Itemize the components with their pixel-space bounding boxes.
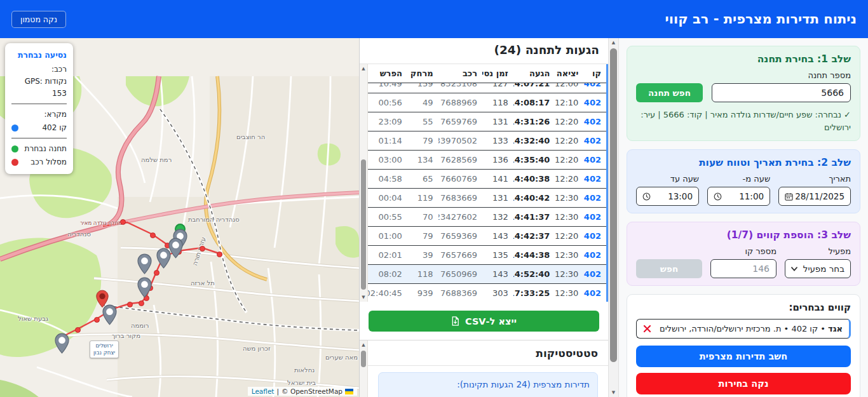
clock-icon: [642, 192, 651, 201]
station-color-dot: [11, 145, 18, 152]
col-line: קו: [583, 69, 606, 78]
date-label: תאריך: [778, 174, 851, 184]
map-place-label: זכרון משה: [243, 345, 270, 352]
gps-pin-marker[interactable]: [55, 333, 69, 356]
gps-pin-marker[interactable]: [156, 248, 171, 271]
route-point-marker[interactable]: [120, 219, 126, 225]
selected-line-item[interactable]: אגד • קו 402 • ת. מרכזית ירושלים/הורדה, …: [636, 319, 851, 339]
map-place-label: הר חוצבים: [236, 133, 265, 140]
date-input[interactable]: 28/11/2025: [778, 187, 851, 206]
page-title: ניתוח תדירות מצרפית - רב קווי: [665, 11, 857, 27]
clock-icon: [714, 192, 722, 201]
legend-gps-points: נקודות GPS: 153: [11, 76, 67, 99]
legend-vehicle-label: רכב:: [11, 64, 67, 76]
table-scrollbar-thumb[interactable]: [361, 159, 366, 290]
stats-scroll-up-arrow[interactable]: ▲: [360, 340, 367, 349]
statistics-body: תדירות מצרפית (24 הגעות תקינות):: [368, 366, 608, 397]
leaflet-link[interactable]: Leaflet: [252, 387, 275, 395]
selected-lines-title: קווים נבחרים:: [636, 302, 851, 313]
route-point-marker[interactable]: [94, 317, 100, 323]
map-place-label: תל ארזה: [191, 279, 215, 286]
operator-select-value: בחר מפעיל: [803, 264, 844, 274]
frequency-info-box: תדירות מצרפית (24 הגעות תקינות):: [378, 372, 598, 397]
legend-line-item: קו 402: [11, 122, 67, 134]
statistics-section: סטטיסטיקות תדירות מצרפית (24 הגעות תקינו…: [360, 340, 608, 397]
table-row[interactable]: 40212:3014:44:3813576576693902:01: [368, 246, 606, 265]
scroll-up-arrow[interactable]: ▲: [609, 38, 618, 47]
table-row[interactable]: 40212:2014:40:3814176607696504:58: [368, 170, 606, 189]
arrivals-table: קו יציאה הגעה זמן נסיעה רכב מרחק (מ') הפ…: [360, 64, 608, 302]
osm-link[interactable]: © OpenStreetMap: [281, 387, 342, 395]
map[interactable]: רמת שלמההר חוצביםסנהדריה המורחבתסנהדריהמ…: [0, 38, 359, 397]
step2-panel: שלב 2: בחירת תאריך וטווח שעות תאריך 28/1…: [627, 149, 860, 213]
file-download-icon: [451, 316, 459, 326]
table-scrollbar[interactable]: ▲ ▼: [360, 64, 368, 302]
route-point-marker[interactable]: [200, 246, 205, 252]
route-point-marker[interactable]: [217, 252, 222, 257]
time-to-label: שעה עד: [636, 174, 699, 184]
gps-pin-marker[interactable]: [137, 253, 152, 277]
calendar-icon: [785, 192, 793, 201]
ukraine-flag-icon: [345, 389, 353, 394]
table-row[interactable]: 40212:3014:41:37132234276027000:55: [368, 208, 606, 227]
table-row[interactable]: 40212:3014:52:40143765096911808:02: [368, 265, 606, 284]
date-value: 28/11/2025: [795, 191, 844, 201]
operator-label: מפעיל: [785, 246, 851, 256]
map-place-label: רמת שלמה: [141, 156, 172, 163]
statistics-scrollbar[interactable]: ▲ ▼: [360, 340, 368, 397]
search-station-button[interactable]: חפש תחנה: [636, 83, 703, 102]
table-row[interactable]: 40212:3017:33:25303768836993902:40:45: [368, 284, 606, 301]
export-csv-button[interactable]: ייצא ל-CSV: [369, 311, 599, 332]
clear-selection-button[interactable]: נקה בחירות: [636, 373, 851, 394]
col-vehicle: רכב: [438, 69, 482, 78]
legend-title: נסיעה נבחרת: [11, 49, 67, 61]
main-content: שלב 1: בחירת תחנה מספר תחנה חפש תחנה ✓ נ…: [0, 38, 868, 397]
page-scrollbar-thumb[interactable]: [610, 48, 617, 362]
table-scroll-down-arrow[interactable]: ▼: [360, 293, 367, 302]
table-row[interactable]: 40212:3014:40:42131768366911900:04: [368, 189, 606, 208]
step3-title: שלב 3: הוספת קווים (1/7): [636, 229, 851, 241]
line-number-input[interactable]: [710, 259, 776, 278]
operator-select[interactable]: בחר מפעיל: [785, 259, 851, 278]
statistics-scrollbar-thumb[interactable]: [361, 351, 366, 367]
time-from-value: 11:00: [739, 191, 764, 201]
station-number-input[interactable]: [712, 83, 851, 102]
time-from-input[interactable]: 11:00: [707, 187, 770, 206]
table-row[interactable]: 40212:2014:35:40136762856913403:00: [368, 151, 606, 170]
gps-pin-marker[interactable]: [137, 277, 152, 300]
map-place-label: מחלף גולדה מאיר: [80, 220, 122, 226]
table-row[interactable]: 40212:1014:08:1711876889694900:56: [368, 93, 606, 112]
page-scrollbar[interactable]: ▲ ▼: [608, 38, 619, 397]
step1-panel: שלב 1: בחירת תחנה מספר תחנה חפש תחנה ✓ נ…: [627, 46, 860, 141]
csv-export-area: ייצא ל-CSV: [360, 302, 608, 340]
table-row[interactable]: 40212:2014:31:2613176597695523:09: [368, 112, 606, 131]
table-row[interactable]: 40212:0014:07:21127832310815910:49: [368, 83, 606, 93]
clear-cache-button[interactable]: נקה מטמון: [11, 11, 66, 28]
table-row[interactable]: 40212:2014:42:3714376593697901:00: [368, 227, 606, 246]
line-number-label: מספר קו: [710, 246, 776, 256]
app-header: ניתוח תדירות מצרפית - רב קווי נקה מטמון: [0, 0, 868, 38]
route-point-marker[interactable]: [139, 300, 144, 306]
route-point-marker[interactable]: [150, 232, 156, 238]
statistics-title: סטטיסטיקות: [368, 340, 608, 366]
search-line-button[interactable]: חפש: [636, 259, 702, 278]
selected-lines-panel: קווים נבחרים: אגד • קו 402 • ת. מרכזית י…: [627, 294, 860, 397]
scroll-down-arrow[interactable]: ▼: [609, 388, 618, 397]
table-row[interactable]: 40212:2014:32:40133339705027901:14: [368, 131, 606, 151]
map-place-label: סנהדריה המורחבת: [188, 216, 240, 223]
selected-line-text: אגד • קו 402 • ת. מרכזית ירושלים/הורדה, …: [657, 324, 843, 333]
table-header: קו יציאה הגעה זמן נסיעה רכב מרחק (מ') הפ…: [368, 64, 606, 83]
remove-line-button[interactable]: [643, 325, 651, 333]
map-legend: נסיעה נבחרת רכב: נקודות GPS: 153 מקרא: ק…: [5, 43, 73, 174]
time-to-input[interactable]: 13:00: [636, 187, 699, 206]
export-csv-label: ייצא ל-CSV: [465, 316, 517, 326]
route-point-marker[interactable]: [75, 327, 81, 333]
app: ניתוח תדירות מצרפית - רב קווי נקה מטמון …: [0, 0, 868, 397]
sidebar: שלב 1: בחירת תחנה מספר תחנה חפש תחנה ✓ נ…: [619, 38, 868, 397]
gps-pin-marker[interactable]: [102, 304, 117, 328]
table-scroll-up-arrow[interactable]: ▲: [360, 64, 367, 73]
route-point-marker[interactable]: [127, 302, 133, 307]
col-distance: מרחק (מ'): [407, 69, 438, 78]
map-place-label: מקור ברוך: [112, 332, 140, 339]
calculate-frequency-button[interactable]: חשב תדירות מצרפית: [636, 346, 851, 367]
